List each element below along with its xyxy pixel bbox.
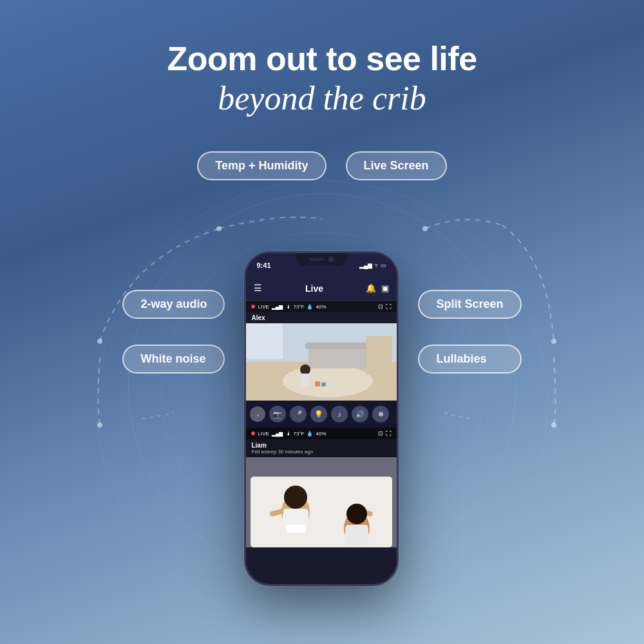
top-badges-container: Temp + Humidity Live Screen: [197, 151, 446, 180]
svg-rect-11: [366, 336, 392, 375]
fullscreen-icon-2[interactable]: ⛶: [386, 430, 392, 437]
signal-bars: ▂▄▆: [272, 304, 283, 310]
svg-point-8: [283, 365, 373, 397]
right-badges: Split Screen Lullabies: [418, 251, 521, 374]
camera2-actions: ⊡ ⛶: [378, 430, 392, 437]
grid-icon[interactable]: ▣: [381, 283, 389, 294]
badge-2way-audio[interactable]: 2-way audio: [122, 290, 225, 319]
left-badges: 2-way audio White noise: [122, 251, 225, 374]
svg-point-13: [300, 365, 310, 375]
svg-rect-14: [301, 374, 310, 386]
camera2-status-bar: LIVE ▂▄▆ 🌡 73°F 💧 40% ⊡ ⛶: [246, 428, 397, 439]
humidity-icon-2: 💧: [307, 431, 313, 437]
music-control[interactable]: ♪: [331, 406, 348, 422]
svg-rect-24: [286, 525, 305, 533]
phone-status-icons: ▂▄▆ ▿ ▭: [359, 262, 386, 269]
camera1-live-status: LIVE ▂▄▆ 🌡 73°F 💧 40%: [251, 304, 326, 310]
cast-icon[interactable]: ⊡: [378, 303, 383, 310]
phone-mockup: 9:41 ▂▄▆ ▿ ▭ ☰ Live 🔔 ▣: [244, 251, 399, 586]
camera2-info: Liam Fell asleep 30 minutes ago: [246, 439, 397, 457]
live-red-dot-2: [251, 431, 255, 435]
headline-line2: beyond the crib: [167, 79, 477, 118]
battery-icon: ▭: [381, 262, 386, 269]
wifi-icon: ▿: [375, 262, 378, 269]
header-action-icons: 🔔 ▣: [366, 283, 389, 294]
hamburger-icon[interactable]: ☰: [254, 283, 262, 294]
svg-rect-17: [315, 381, 320, 386]
svg-rect-29: [345, 525, 368, 545]
live-label: LIVE: [258, 304, 269, 310]
camera1-name: Alex: [246, 312, 397, 323]
camera-control[interactable]: 📷: [269, 406, 286, 422]
bell-icon[interactable]: 🔔: [366, 283, 376, 294]
notch-camera: [328, 257, 334, 262]
humidity-value-2: 40%: [316, 431, 326, 437]
badge-live-screen[interactable]: Live Screen: [346, 151, 447, 180]
volume-control[interactable]: 🔊: [352, 406, 368, 422]
svg-point-28: [346, 504, 367, 524]
temp-value-2: 73°F: [294, 431, 305, 437]
signal-icon: ▂▄▆: [359, 262, 372, 269]
temp-icon: 🌡: [286, 304, 291, 310]
live-red-dot: [251, 305, 255, 308]
camera1-feed: [246, 323, 397, 401]
notch-speaker: [309, 258, 325, 261]
cast-icon-2[interactable]: ⊡: [378, 430, 383, 437]
phone-time: 9:41: [256, 261, 270, 269]
svg-point-22: [284, 486, 307, 509]
signal-bars-2: ▂▄▆: [272, 431, 283, 437]
phone-status-bar: 9:41 ▂▄▆ ▿ ▭: [246, 253, 397, 276]
svg-rect-18: [321, 383, 326, 386]
badge-white-noise[interactable]: White noise: [122, 345, 225, 374]
phone-notch: [296, 253, 347, 266]
camera1-controls: › 📷 🎤 💡 ♪ 🔊 ❄: [246, 401, 397, 428]
camera2-live-status: LIVE ▂▄▆ 🌡 73°F 💧 40%: [251, 431, 326, 437]
svg-rect-15: [297, 375, 302, 377]
app-title: Live: [305, 283, 323, 294]
humidity-value: 40%: [316, 304, 326, 310]
background: Zoom out to see life beyond the crib Tem…: [0, 0, 644, 644]
fan-control[interactable]: ❄: [372, 406, 389, 422]
camera1-actions: ⊡ ⛶: [378, 303, 392, 310]
badge-lullabies[interactable]: Lullabies: [418, 345, 521, 374]
camera-card-2: LIVE ▂▄▆ 🌡 73°F 💧 40% ⊡ ⛶ Liam Fell asle…: [246, 428, 397, 547]
temp-icon-2: 🌡: [286, 431, 291, 437]
badge-split-screen[interactable]: Split Screen: [418, 290, 521, 319]
camera1-status-bar: LIVE ▂▄▆ 🌡 73°F 💧 40% ⊡ ⛶: [246, 301, 397, 312]
fullscreen-icon[interactable]: ⛶: [386, 303, 392, 310]
headline-line1: Zoom out to see life: [167, 39, 477, 79]
light-control[interactable]: 💡: [310, 406, 327, 422]
live-label-2: LIVE: [258, 431, 269, 437]
headline-section: Zoom out to see life beyond the crib: [167, 39, 477, 119]
temp-value: 73°F: [294, 304, 305, 310]
svg-rect-16: [308, 375, 314, 377]
camera2-name: Liam: [251, 442, 392, 449]
camera2-feed: [246, 457, 397, 547]
app-header: ☰ Live 🔔 ▣: [246, 276, 397, 301]
middle-section: 2-way audio White noise 9:41 ▂▄▆ ▿ ▭: [0, 251, 644, 586]
svg-rect-12: [246, 323, 283, 359]
camera2-subtitle: Fell asleep 30 minutes ago: [251, 449, 392, 455]
humidity-icon: 💧: [307, 304, 313, 310]
chevron-button[interactable]: ›: [250, 406, 265, 422]
badge-temp-humidity[interactable]: Temp + Humidity: [197, 151, 326, 180]
camera-card-1: LIVE ▂▄▆ 🌡 73°F 💧 40% ⊡ ⛶ Alex: [246, 301, 397, 428]
mic-control[interactable]: 🎤: [290, 406, 307, 422]
